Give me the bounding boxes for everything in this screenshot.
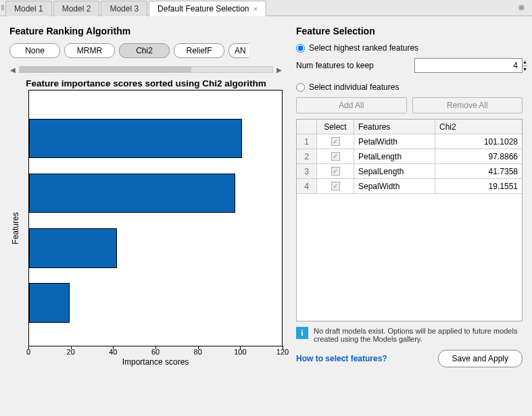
checkbox[interactable]: ✓ <box>331 167 340 176</box>
table-row: 2✓PetalLength97.8866 <box>297 149 522 164</box>
chart-bar <box>29 283 70 323</box>
xtick-label: 100 <box>234 348 246 356</box>
row-value: 41.7358 <box>435 164 522 178</box>
chart-xlabel: Importance scores <box>28 357 283 367</box>
chart-bar <box>29 119 242 159</box>
left-pane: Feature Ranking Algorithm NoneMRMRChi2Re… <box>0 16 289 416</box>
algo-button-mrmr[interactable]: MRMR <box>64 43 115 58</box>
chart-ylabel: Features <box>9 90 22 367</box>
algo-button-chi2[interactable]: Chi2 <box>119 43 170 58</box>
features-table: Select Features Chi2 1✓PetalWidth101.102… <box>296 119 523 321</box>
checkbox[interactable]: ✓ <box>331 152 340 161</box>
row-feature: SepalWidth <box>354 179 435 193</box>
tab-model-1[interactable]: Model 1 <box>5 1 52 16</box>
table-header-row: Select Features Chi2 <box>297 120 522 134</box>
algo-button-row: NoneMRMRChi2ReliefFAN <box>9 43 283 58</box>
xtick-label: 0 <box>26 348 30 356</box>
table-header-index <box>297 120 317 134</box>
row-feature: PetalLength <box>354 149 435 163</box>
row-value: 19.1551 <box>435 179 522 193</box>
algo-scrollbar[interactable]: ◀ ▶ <box>9 65 283 74</box>
num-features-label: Num features to keep <box>296 61 374 70</box>
algo-button-an[interactable]: AN <box>228 43 249 58</box>
table-header-select: Select <box>317 120 354 134</box>
row-select-cell: ✓ <box>317 134 354 149</box>
chart-plot-area <box>28 90 283 346</box>
chart-bar <box>29 174 235 213</box>
row-feature: SepalLength <box>354 164 435 178</box>
info-text: No draft models exist. Options will be a… <box>314 327 523 343</box>
save-apply-button[interactable]: Save and Apply <box>438 350 523 367</box>
xtick-label: 60 <box>151 348 160 356</box>
checkbox[interactable]: ✓ <box>331 137 340 146</box>
xtick-label: 80 <box>194 348 202 356</box>
table-row: 4✓SepalWidth19.1551 <box>297 179 522 194</box>
row-value: 101.1028 <box>435 134 522 149</box>
chart-title: Feature importance scores sorted using C… <box>9 78 283 88</box>
radio-individual-label: Select individual features <box>309 82 399 92</box>
scroll-left-icon[interactable]: ◀ <box>9 66 16 74</box>
radio-highest-label: Select highest ranked features <box>309 43 418 53</box>
table-header-features: Features <box>354 120 435 134</box>
drag-handle[interactable] <box>0 0 5 16</box>
row-feature: PetalWidth <box>354 134 435 149</box>
gear-icon[interactable]: ✺ <box>511 3 532 13</box>
tab-list: Model 1Model 2Model 3Default Feature Sel… <box>0 0 268 16</box>
close-icon[interactable]: × <box>253 5 258 13</box>
spinner-up-icon[interactable]: ▲ <box>523 59 527 66</box>
radio-individual-features[interactable] <box>296 83 305 92</box>
row-select-cell: ✓ <box>317 149 354 163</box>
scroll-right-icon[interactable]: ▶ <box>276 66 283 74</box>
row-index: 2 <box>297 149 317 163</box>
info-icon: i <box>296 327 308 339</box>
table-header-metric: Chi2 <box>435 120 522 134</box>
num-features-spinner[interactable]: ▲ ▼ <box>414 58 523 73</box>
selection-section-title: Feature Selection <box>296 26 523 36</box>
xtick-label: 20 <box>67 348 75 356</box>
algo-section-title: Feature Ranking Algorithm <box>9 26 283 36</box>
row-index: 3 <box>297 164 317 178</box>
add-all-button[interactable]: Add All <box>296 97 407 113</box>
table-row: 1✓PetalWidth101.1028 <box>297 134 522 149</box>
tab-model-2[interactable]: Model 2 <box>53 1 100 16</box>
row-select-cell: ✓ <box>317 164 354 178</box>
scroll-thumb[interactable] <box>20 66 191 73</box>
checkbox[interactable]: ✓ <box>331 182 340 190</box>
tab-model-3[interactable]: Model 3 <box>101 1 147 16</box>
row-index: 1 <box>297 134 317 149</box>
tab-default-feature-selection[interactable]: Default Feature Selection× <box>149 1 266 16</box>
right-pane: Feature Selection Select highest ranked … <box>289 16 532 416</box>
row-value: 97.8866 <box>435 149 522 163</box>
algo-button-relieff[interactable]: ReliefF <box>174 43 224 58</box>
xtick-label: 40 <box>109 348 117 356</box>
table-row: 3✓SepalLength41.7358 <box>297 164 522 179</box>
spinner-down-icon[interactable]: ▼ <box>523 66 527 73</box>
chart-xaxis: Importance scores 020406080100120 <box>28 346 283 367</box>
xtick-label: 120 <box>276 348 289 356</box>
scroll-track[interactable] <box>19 66 273 73</box>
remove-all-button[interactable]: Remove All <box>412 97 523 113</box>
help-link[interactable]: How to select features? <box>296 354 387 363</box>
algo-button-none[interactable]: None <box>9 43 60 58</box>
num-features-input[interactable] <box>415 59 522 72</box>
row-index: 4 <box>297 179 317 193</box>
row-select-cell: ✓ <box>317 179 354 193</box>
chart-bar <box>29 228 117 268</box>
radio-highest-ranked[interactable] <box>296 44 305 53</box>
tab-bar: Model 1Model 2Model 3Default Feature Sel… <box>0 0 532 16</box>
